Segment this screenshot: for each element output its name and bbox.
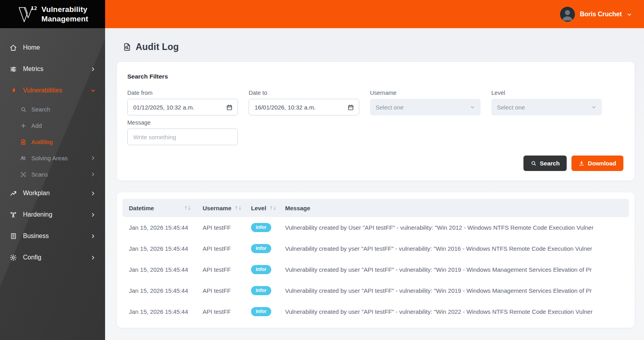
username-label: Username (370, 90, 481, 96)
app-window: 12 Vulnerability Management Boris Cruche… (0, 0, 644, 340)
sidebar-item-config[interactable]: Config (0, 247, 105, 268)
cell-username: API testFF (196, 224, 245, 231)
search-button[interactable]: Search (523, 156, 567, 171)
level-badge: infor (251, 244, 271, 253)
user-menu-name[interactable]: Boris Cruchet (580, 11, 622, 18)
column-label: Message (285, 205, 310, 211)
level-label: Level (491, 90, 602, 96)
calendar-icon[interactable] (226, 104, 233, 111)
filters-heading: Search Filters (127, 73, 623, 80)
page-title-text: Audit Log (136, 42, 179, 52)
chevron-down-icon[interactable] (627, 12, 632, 17)
search-button-label: Search (540, 160, 560, 167)
message-input[interactable] (127, 129, 238, 145)
v12-logo-icon: 12 (17, 4, 37, 24)
search-filters-card: Search Filters Date from 01/12/2025, 10:… (117, 62, 634, 181)
search-icon (20, 106, 27, 113)
sidebar-item-label: Metrics (23, 65, 90, 73)
download-button[interactable]: Download (571, 156, 623, 171)
cell-datetime: Jan 15, 2026 15:45:44 (123, 308, 196, 315)
chevron-right-icon (90, 234, 96, 239)
scan-search-icon (20, 171, 27, 178)
column-header-level[interactable]: Level ↑↓ (245, 205, 279, 211)
message-field: Message (127, 119, 238, 145)
username-select-value: Select one (376, 104, 470, 111)
cell-message: Vulnerability created by user "API testF… (279, 308, 629, 315)
cell-username: API testFF (196, 266, 245, 273)
sidebar-item-label: Workplan (23, 190, 90, 197)
sidebar-item-solving-areas[interactable]: Solving Areas (0, 150, 105, 166)
sidebar-item-label: Add (31, 122, 96, 129)
date-from-input[interactable]: 01/12/2025, 10:32 a.m. (127, 99, 238, 115)
column-header-username[interactable]: Username ↑↓ (196, 205, 245, 211)
table-row: Jan 15, 2026 15:45:44 API testFF infor V… (123, 280, 629, 301)
column-label: Username (203, 205, 232, 211)
sidebar-item-hardening[interactable]: Hardening (0, 204, 105, 225)
column-header-datetime[interactable]: Datetime ↑↓ (123, 205, 196, 211)
building-icon (10, 232, 17, 240)
date-to-input[interactable]: 16/01/2026, 10:32 a.m. (249, 99, 359, 115)
sidebar-item-label: Hardening (23, 211, 90, 218)
sidebar-item-auditlog[interactable]: Auditlog (0, 134, 105, 150)
chevron-right-icon (90, 191, 96, 196)
sidebar-item-workplan[interactable]: Workplan (0, 182, 105, 204)
level-select[interactable]: Select one (491, 99, 602, 115)
date-to-value: 16/01/2026, 10:32 a.m. (255, 104, 347, 111)
flame-icon (10, 87, 17, 94)
table-header-row: Datetime ↑↓ Username ↑↓ Level ↑↓ Message (123, 199, 629, 217)
brand-title: Vulnerability Management (41, 5, 88, 24)
sidebar-item-business[interactable]: Business (0, 225, 105, 247)
level-field: Level Select one (491, 86, 602, 115)
sliders-icon (10, 65, 17, 73)
sidebar-item-label: Solving Areas (31, 155, 90, 161)
sort-icon[interactable]: ↑↓ (184, 205, 191, 211)
sidebar: Home Metrics Vulnerabilities (0, 28, 105, 340)
calendar-icon[interactable] (347, 104, 354, 111)
sidebar-item-home[interactable]: Home (0, 37, 105, 58)
table-row: Jan 15, 2026 15:45:44 API testFF infor V… (123, 301, 629, 322)
chevron-right-icon (90, 156, 96, 161)
brand-title-line1: Vulnerability (41, 5, 88, 14)
chevron-down-icon (470, 105, 475, 110)
date-to-field: Date to 16/01/2026, 10:32 a.m. (249, 86, 359, 115)
download-button-label: Download (588, 160, 616, 167)
audit-log-table-card: Datetime ↑↓ Username ↑↓ Level ↑↓ Message (117, 192, 634, 328)
sidebar-item-label: Config (23, 254, 90, 261)
sidebar-item-scans[interactable]: Scans (0, 166, 105, 182)
filters-actions: Search Download (127, 156, 623, 171)
cell-datetime: Jan 15, 2026 15:45:44 (123, 266, 196, 273)
cell-datetime: Jan 15, 2026 15:45:44 (123, 245, 196, 252)
sidebar-item-label: Business (23, 232, 90, 240)
level-badge: infor (251, 307, 271, 316)
sort-icon[interactable]: ↑↓ (269, 205, 276, 211)
sidebar-item-vulnerabilities[interactable]: Vulnerabilities (0, 80, 105, 101)
brand-logo-block[interactable]: 12 Vulnerability Management (0, 0, 105, 28)
main-content: Audit Log Search Filters Date from 01/12… (105, 28, 644, 340)
gear-icon (10, 254, 17, 261)
sidebar-item-add[interactable]: Add (0, 117, 105, 134)
date-from-label: Date from (127, 90, 238, 96)
message-label: Message (127, 119, 238, 126)
chevron-right-icon (90, 172, 96, 177)
sidebar-item-metrics[interactable]: Metrics (0, 58, 105, 80)
level-select-value: Select one (497, 104, 591, 111)
topbar: 12 Vulnerability Management Boris Cruche… (0, 0, 644, 28)
level-badge: infor (251, 265, 271, 274)
column-label: Level (251, 205, 266, 211)
avatar[interactable] (560, 7, 575, 22)
sort-icon[interactable]: ↑↓ (234, 205, 242, 211)
level-badge: infor (251, 223, 271, 232)
username-select[interactable]: Select one (370, 99, 481, 115)
chevron-down-icon (90, 88, 96, 93)
page-title: Audit Log (123, 42, 634, 52)
column-label: Datetime (129, 205, 154, 211)
chevron-right-icon (90, 212, 96, 217)
date-to-label: Date to (249, 90, 359, 96)
cell-message: Vulnerability created by yser "API testF… (279, 245, 629, 252)
cell-message: Vulnerability created by user "API testF… (279, 266, 629, 273)
sidebar-item-search[interactable]: Search (0, 101, 105, 117)
weightlifter-icon (10, 211, 17, 219)
chevron-right-icon (90, 67, 96, 72)
cell-username: API testFF (196, 287, 245, 294)
topbar-main: Boris Cruchet (105, 0, 644, 28)
